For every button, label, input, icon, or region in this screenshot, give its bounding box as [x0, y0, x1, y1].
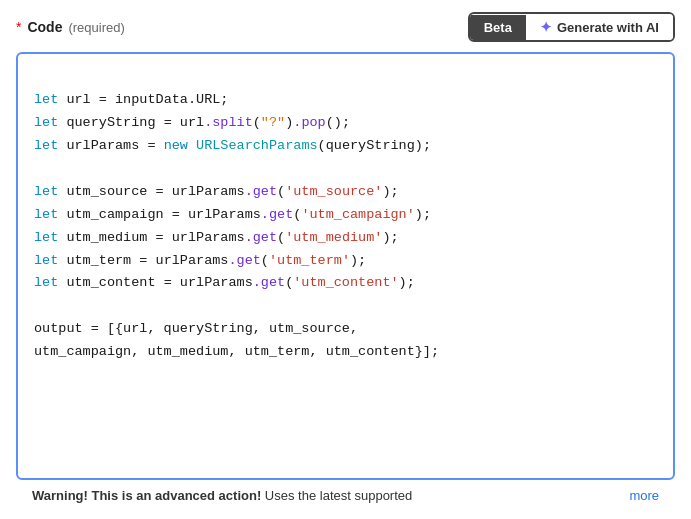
footer-warning: Warning! This is an advanced action! Use…	[16, 480, 675, 507]
generate-button-group[interactable]: Beta ✦ Generate with AI	[468, 12, 675, 42]
beta-button[interactable]: Beta	[470, 15, 526, 40]
header-row: * Code (required) Beta ✦ Generate with A…	[16, 12, 675, 42]
generate-ai-button[interactable]: ✦ Generate with AI	[526, 14, 673, 40]
code-label: Code	[27, 19, 62, 35]
generate-label: Generate with AI	[557, 20, 659, 35]
required-star: *	[16, 19, 21, 35]
code-scroll-area[interactable]: let url = inputData.URL; let queryString…	[18, 54, 673, 478]
required-note: (required)	[68, 20, 124, 35]
main-container: * Code (required) Beta ✦ Generate with A…	[0, 0, 691, 519]
label-area: * Code (required)	[16, 19, 125, 35]
warning-bold: Warning! This is an advanced action! Use…	[32, 488, 412, 503]
code-content[interactable]: let url = inputData.URL; let queryString…	[18, 54, 673, 399]
code-editor[interactable]: let url = inputData.URL; let queryString…	[16, 52, 675, 480]
sparkle-icon: ✦	[540, 19, 552, 35]
more-link[interactable]: more	[629, 488, 659, 503]
